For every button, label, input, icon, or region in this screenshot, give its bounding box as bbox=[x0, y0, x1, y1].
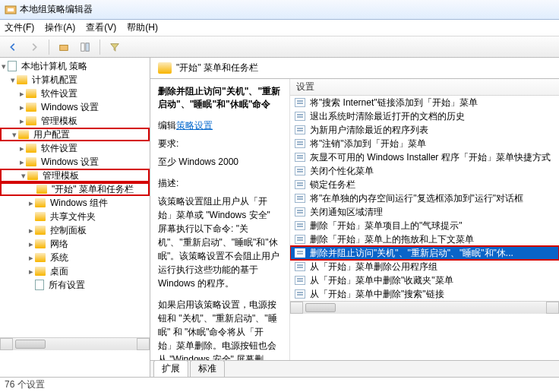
settings-row-label: 灰显不可用的 Windows Installer 程序「开始」菜单快捷方式 bbox=[310, 151, 551, 164]
column-header-setting[interactable]: 设置 bbox=[290, 79, 559, 96]
policy-item-icon bbox=[295, 194, 305, 203]
scroll-right-arrow[interactable] bbox=[546, 302, 559, 314]
menu-help[interactable]: 帮助(H) bbox=[127, 21, 158, 34]
svg-rect-3 bbox=[81, 43, 84, 51]
edit-label: 编辑 bbox=[158, 120, 176, 131]
tree-hscrollbar[interactable] bbox=[0, 337, 150, 350]
policy-item-icon bbox=[295, 248, 305, 258]
policy-item-icon bbox=[295, 153, 305, 162]
tree-all-settings[interactable]: 所有设置 bbox=[0, 278, 150, 292]
scroll-right-arrow[interactable] bbox=[137, 338, 150, 350]
tab-extended[interactable]: 扩展 bbox=[153, 360, 188, 377]
policy-item-icon bbox=[295, 125, 305, 134]
settings-row[interactable]: 将"搜索 Internet"链接添加到「开始」菜单 bbox=[290, 96, 559, 109]
settings-row-label: 删除「开始」菜单上的拖放和上下文菜单 bbox=[310, 233, 474, 246]
edit-policy-link[interactable]: 策略设置 bbox=[176, 120, 213, 131]
menu-action[interactable]: 操作(A) bbox=[45, 21, 75, 34]
pane-title: "开始" 菜单和任务栏 bbox=[176, 62, 258, 74]
show-tree-button[interactable] bbox=[77, 39, 93, 55]
settings-row[interactable]: 从「开始」菜单中删除"搜索"链接 bbox=[290, 287, 559, 301]
back-button[interactable] bbox=[5, 39, 21, 55]
policy-item-icon bbox=[295, 98, 305, 107]
tree-cc-windows[interactable]: ▸Windows 设置 bbox=[0, 100, 150, 114]
tree-user-config[interactable]: ▾用户配置 bbox=[0, 128, 150, 141]
folder-icon bbox=[35, 253, 46, 262]
settings-row-label: 关闭个性化菜单 bbox=[310, 165, 374, 178]
filter-button[interactable] bbox=[106, 39, 123, 55]
up-button[interactable] bbox=[55, 39, 72, 55]
settings-row[interactable]: 删除并阻止访问"关机"、"重新启动"、"睡眠"和"休... bbox=[290, 246, 559, 260]
settings-row[interactable]: 将"注销"添加到「开始」菜单 bbox=[290, 137, 559, 150]
tree-windows-components[interactable]: ▸Windows 组件 bbox=[0, 196, 150, 210]
settings-row-label: 关闭通知区域清理 bbox=[310, 206, 383, 219]
policy-item-icon bbox=[295, 276, 305, 285]
status-text: 76 个设置 bbox=[5, 378, 45, 391]
policy-item-icon bbox=[295, 262, 305, 271]
titlebar: 本地组策略编辑器 bbox=[0, 0, 559, 20]
list-hscrollbar[interactable] bbox=[290, 301, 559, 314]
tree-uc-software[interactable]: ▸软件设置 bbox=[0, 141, 150, 155]
description-pane: 删除并阻止访问"关机"、"重新启动"、"睡眠"和"休眠"命令 编辑策略设置 要求… bbox=[150, 79, 290, 360]
policy-item-icon bbox=[295, 207, 305, 217]
tree-cc-software[interactable]: ▸软件设置 bbox=[0, 87, 150, 100]
settings-row-label: 锁定任务栏 bbox=[310, 179, 355, 191]
settings-row[interactable]: 关闭通知区域清理 bbox=[290, 205, 559, 219]
folder-icon bbox=[26, 157, 36, 166]
view-tabs: 扩展 标准 bbox=[150, 360, 559, 377]
settings-row[interactable]: 删除「开始」菜单上的拖放和上下文菜单 bbox=[290, 232, 559, 246]
status-bar: 76 个设置 bbox=[0, 377, 559, 392]
tree-root[interactable]: ▾本地计算机 策略 bbox=[0, 59, 150, 73]
scroll-left-arrow[interactable] bbox=[0, 338, 13, 350]
folder-icon bbox=[35, 212, 46, 221]
tree-computer-config[interactable]: ▾计算机配置 bbox=[0, 73, 150, 87]
policy-item-icon bbox=[295, 139, 305, 148]
settings-row[interactable]: 将"在单独的内存空间运行"复选框添加到"运行"对话框 bbox=[290, 191, 559, 205]
settings-row[interactable]: 灰显不可用的 Windows Installer 程序「开始」菜单快捷方式 bbox=[290, 150, 559, 164]
policy-icon bbox=[8, 61, 17, 71]
folder-icon bbox=[18, 130, 29, 139]
settings-row-label: 为新用户清除最近的程序列表 bbox=[310, 124, 428, 137]
tree-uc-admin[interactable]: ▾管理模板 bbox=[0, 169, 150, 182]
tree-system[interactable]: ▸系统 bbox=[0, 251, 150, 264]
settings-row-label: 删除「开始」菜单项目上的"气球提示" bbox=[310, 220, 463, 232]
policy-item-icon bbox=[295, 180, 305, 189]
scroll-thumb[interactable] bbox=[15, 340, 46, 349]
toolbar bbox=[0, 36, 559, 58]
settings-list[interactable]: 设置 将"搜索 Internet"链接添加到「开始」菜单退出系统时清除最近打开的… bbox=[290, 79, 559, 360]
tree-control-panel[interactable]: ▸控制面板 bbox=[0, 223, 150, 237]
folder-icon bbox=[26, 103, 36, 112]
tree-start-menu[interactable]: "开始" 菜单和任务栏 bbox=[0, 182, 150, 196]
scroll-left-arrow[interactable] bbox=[290, 302, 303, 314]
settings-row[interactable]: 从「开始」菜单中删除"收藏夹"菜单 bbox=[290, 273, 559, 287]
tree-uc-windows[interactable]: ▸Windows 设置 bbox=[0, 155, 150, 169]
forward-button[interactable] bbox=[26, 39, 43, 55]
folder-icon bbox=[35, 198, 46, 207]
scroll-thumb[interactable] bbox=[305, 303, 336, 312]
folder-icon bbox=[17, 75, 27, 84]
menu-view[interactable]: 查看(V) bbox=[86, 21, 116, 34]
requirements-value: 至少 Windows 2000 bbox=[158, 155, 282, 169]
settings-row[interactable]: 为新用户清除最近的程序列表 bbox=[290, 123, 559, 137]
settings-row[interactable]: 删除「开始」菜单项目上的"气球提示" bbox=[290, 219, 559, 232]
settings-row[interactable]: 关闭个性化菜单 bbox=[290, 164, 559, 178]
policy-item-icon bbox=[295, 221, 305, 230]
pane-header: "开始" 菜单和任务栏 bbox=[150, 58, 559, 79]
tree-network[interactable]: ▸网络 bbox=[0, 237, 150, 251]
policy-item-icon bbox=[295, 235, 305, 244]
settings-row[interactable]: 退出系统时清除最近打开的文档的历史 bbox=[290, 109, 559, 123]
svg-rect-1 bbox=[8, 8, 14, 11]
settings-row-label: 从「开始」菜单中删除"收藏夹"菜单 bbox=[310, 274, 453, 287]
window-title: 本地组策略编辑器 bbox=[20, 3, 93, 16]
menu-file[interactable]: 文件(F) bbox=[5, 21, 34, 34]
settings-row-label: 退出系统时清除最近打开的文档的历史 bbox=[310, 110, 465, 123]
tree-cc-admin[interactable]: ▸管理模板 bbox=[0, 114, 150, 128]
tree-pane[interactable]: ▾本地计算机 策略 ▾计算机配置 ▸软件设置 ▸Windows 设置 ▸管理模板… bbox=[0, 58, 150, 377]
policy-item-icon bbox=[295, 166, 305, 175]
policy-item-icon bbox=[295, 112, 305, 121]
settings-row[interactable]: 从「开始」菜单删除公用程序组 bbox=[290, 260, 559, 273]
tree-shared-folders[interactable]: 共享文件夹 bbox=[0, 210, 150, 223]
tree-desktop[interactable]: ▸桌面 bbox=[0, 264, 150, 278]
settings-row[interactable]: 锁定任务栏 bbox=[290, 178, 559, 191]
settings-row-label: 从「开始」菜单删除公用程序组 bbox=[310, 261, 437, 273]
tab-standard[interactable]: 标准 bbox=[190, 360, 225, 377]
